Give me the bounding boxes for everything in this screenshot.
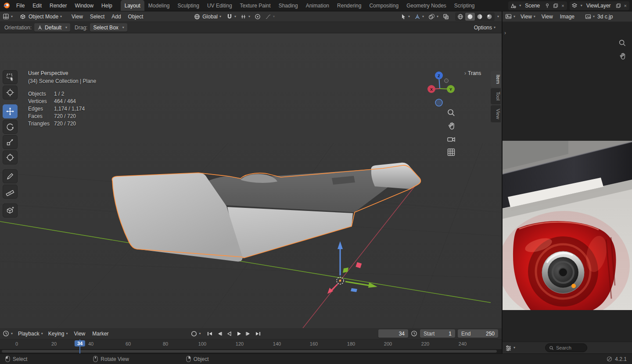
- playhead-badge[interactable]: 34: [75, 340, 85, 346]
- snap-toggle[interactable]: ▾: [225, 14, 238, 20]
- start-frame-field[interactable]: Start 1: [420, 329, 455, 338]
- zoom-view-icon[interactable]: [446, 108, 456, 118]
- gizmo-neg-z-axis[interactable]: [435, 99, 442, 106]
- shading-solid-button[interactable]: [465, 13, 475, 21]
- gizmo-neg-axis[interactable]: [445, 79, 449, 83]
- menu-render[interactable]: Render: [46, 0, 71, 11]
- next-keyframe-button[interactable]: [244, 330, 253, 338]
- pin-icon[interactable]: [544, 3, 551, 8]
- jump-to-end-button[interactable]: [254, 330, 262, 338]
- tool-add-cube[interactable]: [3, 203, 18, 218]
- scene-name[interactable]: Scene: [522, 3, 542, 9]
- menu-window[interactable]: Window: [71, 0, 97, 11]
- transform-panel-collapsed[interactable]: › Trans: [464, 70, 481, 76]
- tab-uv-editing[interactable]: UV Editing: [203, 0, 236, 11]
- tab-texture-paint[interactable]: Texture Paint: [236, 0, 275, 11]
- viewport-canvas[interactable]: User Perspective (34) Scene Collection |…: [0, 33, 502, 328]
- menu-edit[interactable]: Edit: [29, 0, 46, 11]
- auto-key-record-button[interactable]: [190, 330, 198, 338]
- image-zoom-icon[interactable]: [618, 39, 627, 47]
- editor-type-button[interactable]: ▾: [0, 13, 15, 20]
- options-dropdown[interactable]: Options ▾: [471, 25, 502, 31]
- tab-modeling[interactable]: Modeling: [144, 0, 174, 11]
- close-viewlayer-icon[interactable]: ×: [623, 3, 628, 8]
- shading-rendered-button[interactable]: [485, 13, 494, 21]
- tab-scripting[interactable]: Scripting: [450, 0, 479, 11]
- tool-cursor[interactable]: [3, 86, 18, 100]
- drag-select[interactable]: Select Box ▾: [90, 23, 127, 32]
- selectability-filter-dropdown[interactable]: ▾: [399, 14, 412, 19]
- tab-geometry-nodes[interactable]: Geometry Nodes: [402, 0, 450, 11]
- viewport-menu-object[interactable]: Object: [125, 14, 147, 20]
- timeline-menu-marker[interactable]: Marker: [89, 331, 112, 337]
- gizmos-toggle[interactable]: ▾: [413, 14, 426, 20]
- auto-key-chevron[interactable]: ▾: [199, 332, 201, 335]
- tool-transform[interactable]: [3, 150, 18, 164]
- playback-menu[interactable]: Playback▾: [15, 331, 46, 337]
- tab-layout[interactable]: Layout: [121, 0, 144, 11]
- close-scene-icon[interactable]: ×: [560, 3, 565, 8]
- image-mode-dropdown[interactable]: View ▾: [518, 14, 538, 20]
- tool-annotate[interactable]: [3, 169, 18, 183]
- tool-move[interactable]: [3, 104, 18, 118]
- play-button[interactable]: [234, 330, 243, 338]
- menu-file[interactable]: File: [12, 0, 29, 11]
- tab-sculpting[interactable]: Sculpting: [174, 0, 203, 11]
- overlays-toggle[interactable]: ▾: [427, 14, 440, 20]
- proportional-editing-toggle[interactable]: [253, 14, 262, 20]
- viewport-menu-view[interactable]: View: [68, 14, 86, 20]
- tool-select-box[interactable]: [3, 70, 18, 84]
- snap-target-dropdown[interactable]: ▾: [239, 14, 252, 20]
- transform-orientation-dropdown[interactable]: Global ▾: [191, 14, 224, 20]
- image-editor-canvas[interactable]: ›: [503, 22, 632, 342]
- toolbar-expand-arrow-icon[interactable]: ›: [504, 30, 506, 36]
- image-datablock[interactable]: ▾ 3d c.jp: [582, 14, 615, 20]
- viewport-menu-add[interactable]: Add: [108, 14, 124, 20]
- image-editor-type-button[interactable]: ▾: [503, 13, 518, 20]
- play-reverse-button[interactable]: [225, 330, 233, 338]
- jump-to-start-button[interactable]: [205, 330, 214, 338]
- camera-view-icon[interactable]: [446, 134, 456, 144]
- orientation-select[interactable]: Default ▾: [34, 23, 70, 32]
- sidebar-tab-view[interactable]: View: [491, 105, 501, 123]
- sidebar-tab-tool[interactable]: Tool: [491, 88, 501, 104]
- timeline-editor-type-button[interactable]: ▾: [0, 330, 15, 337]
- tab-animation[interactable]: Animation: [302, 0, 333, 11]
- selected-object-spoiler[interactable]: [112, 163, 420, 262]
- tab-rendering[interactable]: Rendering: [333, 0, 365, 11]
- scene-dropdown-chevron[interactable]: ▾: [519, 4, 521, 7]
- current-frame-field[interactable]: 34: [378, 329, 408, 338]
- orthographic-grid-icon[interactable]: [446, 147, 456, 157]
- tool-measure[interactable]: [3, 185, 18, 199]
- navigation-gizmo[interactable]: Z X Y: [421, 70, 458, 108]
- xray-toggle[interactable]: [441, 14, 451, 20]
- timeline-scrollbar[interactable]: [2, 350, 497, 353]
- blender-logo-icon[interactable]: [0, 2, 12, 9]
- menu-help[interactable]: Help: [97, 0, 116, 11]
- end-frame-field[interactable]: End 250: [458, 329, 498, 338]
- prev-keyframe-button[interactable]: [215, 330, 224, 338]
- tool-scale[interactable]: [3, 135, 18, 149]
- viewlayer-name[interactable]: ViewLayer: [584, 3, 614, 9]
- shading-wireframe-button[interactable]: [456, 13, 465, 21]
- timeline-menu-view[interactable]: View: [70, 331, 89, 337]
- viewlayer-dropdown-chevron[interactable]: ▾: [581, 4, 582, 7]
- viewlayer-icon[interactable]: [571, 3, 578, 9]
- image-menu-view[interactable]: View: [538, 14, 557, 20]
- new-viewlayer-icon[interactable]: [615, 3, 622, 8]
- mode-dropdown[interactable]: Object Mode ▾: [17, 14, 65, 20]
- sidebar-tab-item[interactable]: Item: [491, 71, 501, 87]
- tool-rotate[interactable]: [3, 120, 18, 134]
- pan-view-hand-icon[interactable]: [446, 121, 456, 131]
- new-scene-icon[interactable]: [552, 3, 559, 8]
- properties-editor-type-button[interactable]: ▾: [503, 345, 518, 351]
- image-pan-hand-icon[interactable]: [618, 52, 627, 61]
- tab-compositing[interactable]: Compositing: [365, 0, 402, 11]
- tab-shading[interactable]: Shading: [275, 0, 302, 11]
- shading-material-button[interactable]: [475, 13, 485, 21]
- image-menu-image[interactable]: Image: [557, 14, 578, 20]
- scene-icon[interactable]: [510, 3, 516, 9]
- use-preview-range-clock-icon[interactable]: [411, 330, 417, 337]
- shading-dropdown-chevron[interactable]: ▾: [497, 15, 499, 18]
- search-input[interactable]: [556, 345, 582, 350]
